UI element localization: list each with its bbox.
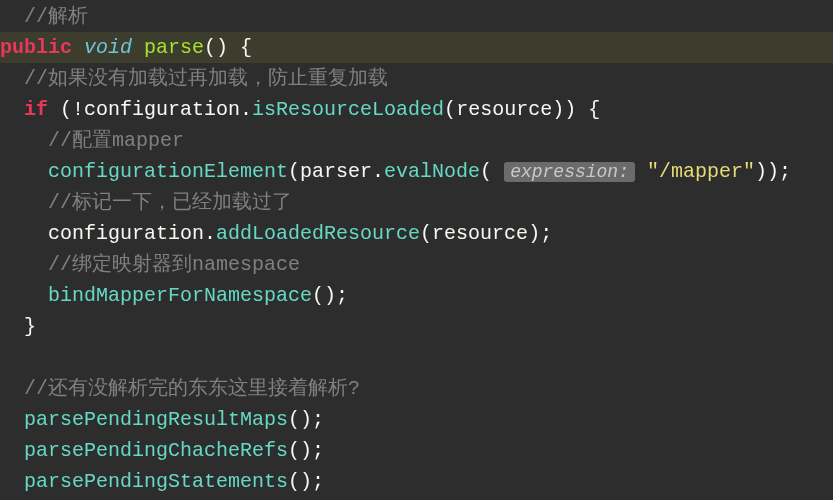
method-name: isResourceLoaded bbox=[252, 98, 444, 121]
method-name: parsePendingResultMaps bbox=[24, 408, 288, 431]
punc-paren-semi: (); bbox=[288, 408, 324, 431]
code-line: parsePendingResultMaps(); bbox=[0, 404, 833, 435]
punc-rparen-semi: ); bbox=[528, 222, 552, 245]
space-text bbox=[492, 160, 504, 183]
keyword-public: public bbox=[0, 36, 72, 59]
punc-double-rparen-semi: )); bbox=[755, 160, 791, 183]
method-name: parse bbox=[144, 36, 204, 59]
punc-rparen: ) bbox=[552, 98, 564, 121]
code-editor[interactable]: //解析 public void parse() { //如果没有加载过再加载，… bbox=[0, 1, 833, 497]
punc-lparen: ( bbox=[444, 98, 456, 121]
code-line: parsePendingStatements(); bbox=[0, 466, 833, 497]
brace-open: { bbox=[228, 36, 252, 59]
method-name: parsePendingStatements bbox=[24, 470, 288, 493]
comment-text: //还有没解析完的东东这里接着解析? bbox=[24, 377, 360, 400]
keyword-void: void bbox=[84, 36, 132, 59]
method-name: configurationElement bbox=[48, 160, 288, 183]
punc-dot: . bbox=[240, 98, 252, 121]
identifier: parser bbox=[300, 160, 372, 183]
identifier: resource bbox=[456, 98, 552, 121]
punc-paren-semi: (); bbox=[312, 284, 348, 307]
comment-text: //标记一下，已经加载过了 bbox=[48, 191, 292, 214]
string-literal: "/mapper" bbox=[647, 160, 755, 183]
punc-dot: . bbox=[372, 160, 384, 183]
code-line: //还有没解析完的东东这里接着解析? bbox=[0, 373, 833, 404]
space-text bbox=[132, 36, 144, 59]
code-line-highlighted: public void parse() { bbox=[0, 32, 833, 63]
comment-text: //配置mapper bbox=[48, 129, 184, 152]
punc-dot: . bbox=[204, 222, 216, 245]
method-name: bindMapperForNamespace bbox=[48, 284, 312, 307]
space-text bbox=[635, 160, 647, 183]
punc-paren-semi: (); bbox=[288, 439, 324, 462]
code-line: } bbox=[0, 311, 833, 342]
punc-rparen-brace: ) { bbox=[564, 98, 600, 121]
keyword-if: if bbox=[24, 98, 48, 121]
comment-text: //绑定映射器到namespace bbox=[48, 253, 300, 276]
space-text bbox=[72, 36, 84, 59]
identifier: configuration bbox=[48, 222, 204, 245]
punc-paren-semi: (); bbox=[288, 470, 324, 493]
code-line: if (!configuration.isResourceLoaded(reso… bbox=[0, 94, 833, 125]
brace-close: } bbox=[24, 315, 36, 338]
code-line: configurationElement(parser.evalNode( ex… bbox=[0, 156, 833, 187]
code-line-empty bbox=[0, 342, 833, 373]
method-name: evalNode bbox=[384, 160, 480, 183]
code-line: configuration.addLoadedResource(resource… bbox=[0, 218, 833, 249]
punc-lparen: ( bbox=[288, 160, 300, 183]
identifier: resource bbox=[432, 222, 528, 245]
method-name: parsePendingChacheRefs bbox=[24, 439, 288, 462]
punc-lparen: ( bbox=[420, 222, 432, 245]
paren-empty: () bbox=[204, 36, 228, 59]
parameter-hint: expression: bbox=[504, 162, 635, 182]
comment-text: //如果没有加载过再加载，防止重复加载 bbox=[24, 67, 388, 90]
identifier: configuration bbox=[84, 98, 240, 121]
code-line: //如果没有加载过再加载，防止重复加载 bbox=[0, 63, 833, 94]
punc-paren-bang: (! bbox=[48, 98, 84, 121]
code-line: //绑定映射器到namespace bbox=[0, 249, 833, 280]
code-line: //标记一下，已经加载过了 bbox=[0, 187, 833, 218]
code-line: parsePendingChacheRefs(); bbox=[0, 435, 833, 466]
punc-lparen: ( bbox=[480, 160, 492, 183]
code-line: //配置mapper bbox=[0, 125, 833, 156]
code-line: bindMapperForNamespace(); bbox=[0, 280, 833, 311]
comment-text: //解析 bbox=[24, 5, 88, 28]
method-name: addLoadedResource bbox=[216, 222, 420, 245]
code-line: //解析 bbox=[0, 1, 833, 32]
